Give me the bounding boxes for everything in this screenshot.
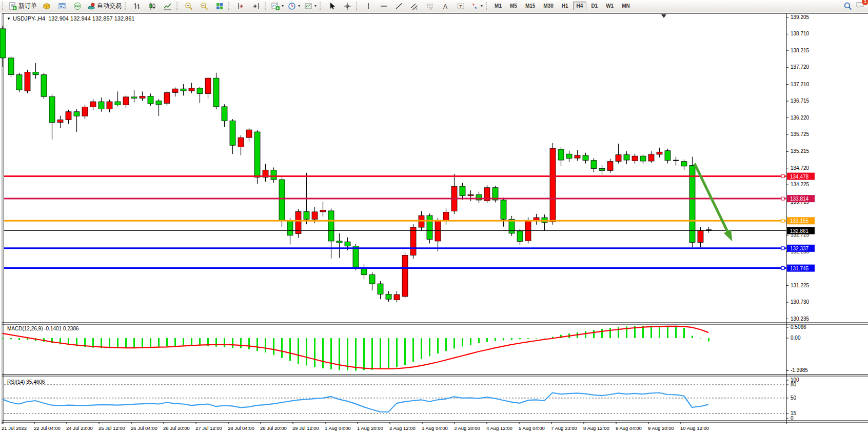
hline-handle[interactable] (781, 247, 784, 250)
candle-bullish (698, 230, 703, 243)
trendline-button[interactable] (391, 1, 407, 12)
chart-shift-marker[interactable] (661, 14, 666, 18)
candle-bearish (41, 75, 47, 97)
crosshair-button[interactable] (340, 1, 355, 12)
candle-bearish (369, 274, 375, 284)
timeframe-mn-button[interactable]: MN (618, 2, 634, 10)
chat-button[interactable]: 1 (856, 1, 865, 12)
horizontal-line-button[interactable] (376, 1, 391, 12)
timeframe-m15-button[interactable]: M15 (522, 2, 539, 10)
timeframe-d1-button[interactable]: D1 (587, 2, 601, 10)
tile-windows-button[interactable] (212, 1, 227, 12)
candle-bullish (164, 92, 170, 103)
timeframe-h4-button[interactable]: H4 (573, 2, 587, 10)
date-tick-label: 9 Aug 20:00 (648, 425, 674, 431)
price-tick-label: 138.215 (791, 48, 810, 53)
navigator-button[interactable] (70, 1, 85, 12)
new-order-icon (9, 2, 17, 10)
new-order-button[interactable]: 新订单 (7, 1, 39, 12)
timeframe-m30-button[interactable]: M30 (540, 2, 557, 10)
text-button[interactable]: A (438, 1, 453, 12)
candle-bearish (460, 186, 465, 195)
date-tick-label: 1 Aug 04:00 (325, 425, 351, 431)
equidistant-channel-button[interactable]: E (407, 1, 422, 12)
zoom-out-button[interactable] (196, 1, 212, 12)
date-tick-label: 21 Jul 2022 (2, 425, 27, 431)
candle-chart-button[interactable] (145, 1, 160, 12)
timeframe-h1-button[interactable]: H1 (558, 2, 572, 10)
toolbar-group-separator (176, 2, 180, 10)
svg-text:A: A (443, 3, 447, 10)
hline-133.814[interactable] (4, 197, 786, 200)
bar-chart-button[interactable] (129, 1, 145, 12)
svg-text:T: T (459, 4, 462, 9)
hline-131.745[interactable] (4, 267, 786, 270)
price-tick-label: 134.225 (791, 182, 810, 187)
candle-bearish (386, 294, 391, 299)
date-tick-label: 5 Aug 04:00 (519, 425, 545, 431)
hline-132.337[interactable] (4, 247, 786, 250)
candle-bearish (378, 284, 383, 294)
chart-dropdown-icon[interactable]: ▼ (7, 16, 11, 21)
candle-bearish (353, 246, 359, 268)
auto-scroll-button[interactable] (248, 1, 264, 12)
candle-bearish (279, 180, 285, 221)
templates-icon (304, 2, 312, 10)
candle-bullish (140, 96, 145, 99)
svg-text:E: E (416, 7, 419, 10)
text-label-button[interactable]: T (453, 1, 468, 12)
price-badge: 132.861 (787, 227, 815, 234)
candle-bearish (517, 231, 523, 241)
templates-button[interactable]: ▾ (302, 1, 319, 12)
tile-windows-icon (215, 2, 224, 10)
candle-bearish (599, 168, 605, 170)
arrows-button[interactable]: ▾ (468, 1, 485, 12)
hline-handle[interactable] (781, 267, 784, 270)
zoom-in-button[interactable] (181, 1, 196, 12)
timeframe-w1-button[interactable]: W1 (602, 2, 617, 10)
add-indicator-button[interactable]: ▾ (269, 1, 286, 12)
timeframe-m1-button[interactable]: M1 (491, 2, 505, 10)
rsi-line (3, 393, 708, 412)
search-icon[interactable] (843, 2, 853, 11)
chart-shift-button[interactable] (233, 1, 248, 12)
vertical-line-button[interactable] (361, 1, 376, 12)
candle-bullish (394, 294, 400, 300)
chevron-down-icon[interactable]: ▾ (481, 4, 483, 8)
candle-bullish (607, 162, 613, 171)
trend-arrow[interactable] (695, 164, 733, 242)
candle-bearish (115, 102, 121, 105)
hline-handle[interactable] (781, 197, 784, 200)
fibonacci-button[interactable]: F (422, 1, 438, 12)
chart-canvas[interactable]: 139.205138.710138.215137.720137.210136.7… (0, 0, 868, 433)
mt4-terminal: 新订单自动交易▾▾▾EFAT▾M1M5M15M30H1H4D1W1MN1 ▼US… (0, 0, 868, 433)
date-tick-label: 8 Aug 12:00 (583, 425, 609, 431)
hline-handle[interactable] (781, 219, 784, 222)
chevron-down-icon[interactable]: ▾ (282, 4, 284, 8)
arrows-icon (470, 2, 479, 10)
chart-title: ▼USDJPY-,H4 132.904 132.944 132.857 132.… (7, 15, 134, 22)
hline-133.155[interactable] (4, 219, 786, 222)
hline-handle[interactable] (781, 175, 784, 178)
line-chart-button[interactable] (160, 1, 175, 12)
auto-trading-button[interactable]: 自动交易 (85, 1, 124, 12)
cursor-button[interactable] (324, 1, 340, 12)
line-chart-icon (164, 2, 172, 10)
periods-button[interactable]: ▾ (286, 1, 302, 12)
price-tick-label: 130.730 (791, 299, 810, 305)
candle-bearish (0, 29, 6, 58)
macd-scale-label: 0.00 (791, 335, 801, 341)
candle-bearish (181, 89, 186, 91)
chevron-down-icon[interactable]: ▾ (314, 4, 317, 8)
chart-shift-icon (236, 2, 245, 10)
data-window-button[interactable] (54, 1, 70, 12)
date-tick-label: 10 Aug 12:00 (680, 425, 709, 431)
chevron-down-icon[interactable]: ▾ (298, 4, 300, 8)
candle-bullish (123, 97, 129, 105)
candle-bullish (312, 212, 318, 219)
market-watch-button[interactable] (39, 1, 54, 12)
candle-bullish (238, 137, 244, 147)
hline-134.478[interactable] (4, 175, 786, 178)
fibonacci-icon: F (426, 2, 434, 10)
timeframe-m5-button[interactable]: M5 (506, 2, 521, 10)
